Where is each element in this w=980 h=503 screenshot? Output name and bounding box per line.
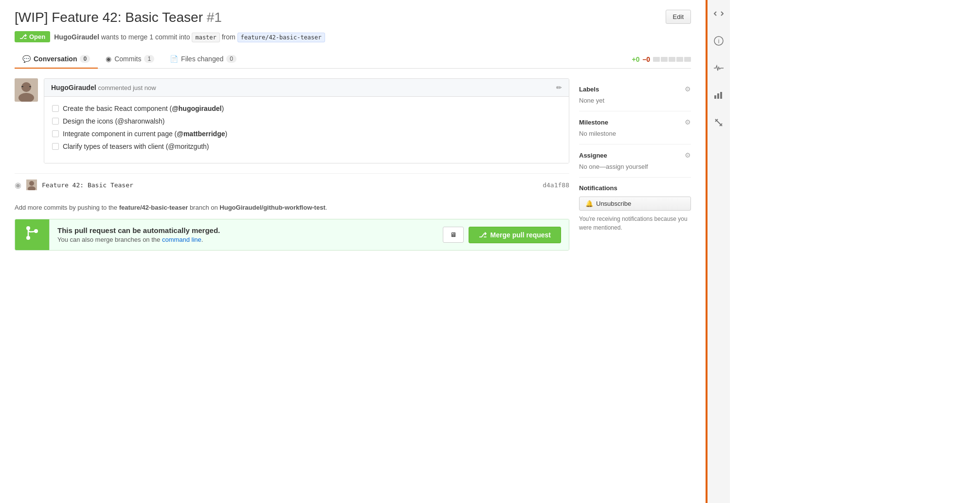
sidebar: Labels ⚙ None yet Milestone ⚙ No milesto… bbox=[579, 78, 691, 251]
push-notice-middle: branch on bbox=[190, 204, 218, 211]
commit-dot-icon: ◉ bbox=[15, 180, 21, 190]
comment-header-left: HugoGiraudel commented just now bbox=[51, 84, 156, 91]
merge-content-title: This pull request can be automatically m… bbox=[57, 226, 427, 234]
tab-conversation[interactable]: 💬 Conversation 0 bbox=[15, 50, 98, 69]
tabs: 💬 Conversation 0 ◉ Commits 1 📄 Files cha… bbox=[15, 50, 691, 69]
task-item-2: Design the icons (@sharonwalsh) bbox=[52, 117, 561, 125]
labels-title: Labels bbox=[579, 86, 599, 93]
diff-del: –0 bbox=[642, 55, 650, 63]
commit-avatar bbox=[26, 180, 37, 190]
assignee-gear-icon[interactable]: ⚙ bbox=[685, 151, 691, 159]
git-merge-icon bbox=[23, 224, 41, 245]
notifications-title: Notifications bbox=[579, 184, 691, 192]
task-text-1: Create the basic React component (@hugog… bbox=[63, 105, 224, 112]
git-merge-icon: ⎇ bbox=[19, 33, 27, 40]
task-item-1: Create the basic React component (@hugog… bbox=[52, 105, 561, 112]
diff-bar-seg-5 bbox=[684, 57, 691, 62]
pr-meta-text: wants to merge 1 commit into bbox=[101, 33, 190, 41]
comment-wrapper: HugoGiraudel commented just now ✏ Create… bbox=[15, 78, 569, 163]
conversation-count: 0 bbox=[80, 55, 90, 63]
base-branch: master bbox=[192, 33, 219, 42]
commit-message[interactable]: Feature 42: Basic Teaser bbox=[42, 181, 538, 189]
diff-bar bbox=[653, 57, 691, 62]
svg-text:i: i bbox=[718, 38, 720, 45]
task-text-4: Clarify types of teasers with client (@m… bbox=[63, 143, 209, 150]
tools-icon[interactable] bbox=[710, 114, 727, 131]
edit-button[interactable]: Edit bbox=[666, 10, 691, 24]
pr-author: HugoGiraudel bbox=[54, 33, 99, 41]
code-icon[interactable] bbox=[710, 5, 727, 22]
svg-rect-15 bbox=[717, 93, 719, 99]
pr-header: [WIP] Feature 42: Basic Teaser #1 Edit bbox=[15, 10, 691, 25]
merge-content: This pull request can be automatically m… bbox=[49, 219, 435, 250]
labels-gear-icon[interactable]: ⚙ bbox=[685, 85, 691, 93]
svg-rect-14 bbox=[714, 95, 716, 99]
task-checkbox-2[interactable] bbox=[52, 118, 59, 125]
merge-area: This pull request can be automatically m… bbox=[15, 219, 569, 251]
edit-icon[interactable]: ✏ bbox=[556, 84, 562, 91]
from-text: from bbox=[222, 33, 236, 41]
unsubscribe-button[interactable]: 🔔 Unsubscribe bbox=[579, 197, 691, 211]
svg-rect-16 bbox=[720, 92, 722, 99]
labels-value: None yet bbox=[579, 97, 691, 104]
tab-commits[interactable]: ◉ Commits 1 bbox=[98, 50, 162, 69]
task-text-3: Integrate component in current page (@ma… bbox=[63, 130, 227, 138]
milestone-title: Milestone bbox=[579, 119, 608, 126]
merge-actions: 🖥 ⎇ Merge pull request bbox=[435, 219, 569, 250]
commit-avatar-image bbox=[26, 180, 37, 190]
labels-header: Labels ⚙ bbox=[579, 85, 691, 93]
merge-button-icon: ⎇ bbox=[479, 231, 487, 239]
push-notice-end: . bbox=[326, 204, 327, 211]
pr-number: #1 bbox=[207, 10, 222, 25]
task-checkbox-4[interactable] bbox=[52, 143, 59, 150]
merge-pull-request-button[interactable]: ⎇ Merge pull request bbox=[469, 227, 561, 243]
task-checkbox-3[interactable] bbox=[52, 130, 59, 137]
assignee-value: No one—assign yourself bbox=[579, 163, 691, 170]
notifications-text: You're receiving notifications because y… bbox=[579, 215, 691, 232]
comment-author: HugoGiraudel bbox=[51, 84, 96, 91]
pr-title: [WIP] Feature 42: Basic Teaser #1 bbox=[15, 10, 222, 25]
push-notice: Add more commits by pushing to the featu… bbox=[15, 204, 569, 211]
assignee-text: No one—assign yourself bbox=[579, 163, 648, 170]
merge-link-after: . bbox=[201, 236, 203, 243]
assignee-title: Assignee bbox=[579, 152, 607, 159]
merge-icon-box bbox=[15, 219, 49, 250]
right-sidebar: i bbox=[706, 0, 730, 503]
push-notice-branch: feature/42-basic-teaser bbox=[119, 204, 188, 211]
push-notice-before: Add more commits by pushing to the bbox=[15, 204, 117, 211]
commits-icon: ◉ bbox=[106, 55, 111, 63]
graph-icon[interactable] bbox=[710, 87, 727, 104]
git-icon-svg bbox=[23, 224, 41, 242]
task-checkbox-1[interactable] bbox=[52, 105, 59, 112]
monitor-button[interactable]: 🖥 bbox=[443, 227, 464, 243]
comment-header: HugoGiraudel commented just now ✏ bbox=[44, 79, 569, 97]
svg-point-9 bbox=[26, 236, 30, 240]
avatar-image bbox=[15, 78, 38, 102]
status-text: Open bbox=[29, 33, 45, 40]
merge-content-sub: You can also merge branches on the comma… bbox=[57, 236, 427, 243]
bell-icon: 🔔 bbox=[585, 200, 593, 207]
info-icon[interactable]: i bbox=[710, 32, 727, 50]
task-list: Create the basic React component (@hugog… bbox=[52, 105, 561, 150]
milestone-gear-icon[interactable]: ⚙ bbox=[685, 118, 691, 126]
comment-box: HugoGiraudel commented just now ✏ Create… bbox=[44, 78, 569, 163]
assignee-header: Assignee ⚙ bbox=[579, 151, 691, 159]
files-changed-label: Files changed bbox=[181, 55, 223, 63]
merge-subtitle-text: You can also merge branches on the bbox=[57, 236, 160, 243]
pulse-icon[interactable] bbox=[710, 59, 727, 77]
push-notice-repo: HugoGiraudel/github-workflow-test bbox=[219, 204, 325, 211]
svg-rect-3 bbox=[21, 86, 23, 87]
unsubscribe-label: Unsubscribe bbox=[596, 200, 631, 207]
conversation-label: Conversation bbox=[34, 55, 77, 63]
svg-point-6 bbox=[29, 181, 34, 186]
head-branch: feature/42-basic-teaser bbox=[237, 33, 325, 42]
diff-add: +0 bbox=[632, 55, 639, 63]
open-badge: ⎇ Open bbox=[15, 31, 50, 42]
milestone-value: No milestone bbox=[579, 130, 691, 137]
content-layout: HugoGiraudel commented just now ✏ Create… bbox=[15, 78, 691, 251]
tab-files-changed[interactable]: 📄 Files changed 0 bbox=[162, 50, 244, 69]
avatar bbox=[15, 78, 38, 102]
pr-meta: ⎇ Open HugoGiraudel wants to merge 1 com… bbox=[15, 31, 691, 42]
svg-rect-4 bbox=[29, 86, 31, 87]
command-line-link[interactable]: command line bbox=[162, 236, 201, 243]
